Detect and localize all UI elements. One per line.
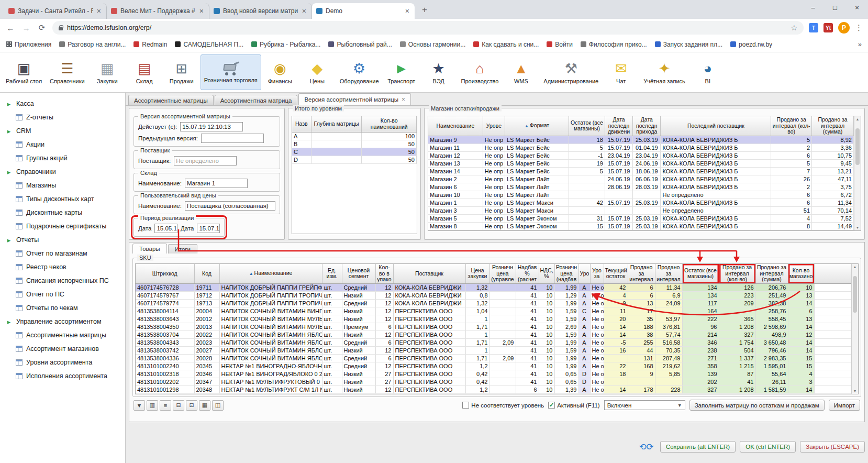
print-icon[interactable]: ⊡ — [186, 400, 197, 411]
column-header[interactable]: Штрихкод — [136, 264, 194, 283]
table-row[interactable]: 460717457672819711НАПИТОК ДОБРЫЙ ПАППИ Г… — [136, 283, 851, 291]
column-header[interactable]: Ценовой сегмент — [342, 264, 375, 283]
column-header[interactable]: Розничн цена (надбав — [554, 264, 578, 283]
sidebar-item[interactable]: Акции — [0, 138, 125, 151]
table-row[interactable]: A100 — [292, 132, 417, 140]
table-row[interactable]: 481310100224020345НЕКТАР №1 ВИНОГРАДНО-Я… — [136, 362, 851, 370]
column-header[interactable]: Продано за интервал (сумма) — [812, 116, 854, 136]
column-settings-icon[interactable]: ◫ — [212, 400, 224, 411]
fill-matrix-button[interactable]: Заполнить матрицу по остаткам и продажам — [689, 400, 825, 411]
window-maximize-button[interactable]: □ — [824, 0, 846, 15]
date-field[interactable]: 15.05.19 — [154, 224, 177, 233]
column-header[interactable]: ▲Наименование — [219, 264, 322, 283]
sku-tab-товары[interactable]: Товары — [132, 244, 167, 253]
new-tab-button[interactable]: + — [418, 3, 431, 17]
browser-tab[interactable]: Задачи - Санта Ритейл - Redmin× — [4, 3, 107, 19]
bookmark-item[interactable]: poezd.rw.by — [730, 41, 772, 48]
toolbar-item-references[interactable]: ☰Справочники — [46, 54, 88, 90]
table-row[interactable]: 460717457976719712НАПИТОК ДОБРЫЙ ПАППИ Т… — [136, 291, 851, 299]
column-header[interactable]: Ед. изм. — [322, 264, 342, 283]
bookmark-item[interactable]: Рыболовный рай... — [328, 41, 392, 48]
sidebar-item[interactable]: Группы акций — [0, 151, 125, 165]
column-header[interactable]: Урове — [483, 116, 505, 136]
sidebar-item[interactable]: Отчет по ПС — [0, 288, 125, 301]
toolbar-item-customs[interactable]: ★ВЭД — [420, 54, 457, 90]
browser-tab[interactable]: Ввод новой версии матрицы -× — [209, 3, 312, 19]
toolbar-item-wms[interactable]: ▲WMS — [503, 54, 539, 90]
table-row[interactable]: Магазин 2Не опрLS Маркет Лайт24.06.1906.… — [428, 175, 854, 183]
column-header[interactable]: Кол-во магазино — [788, 264, 814, 283]
bookmarks-overflow-icon[interactable]: » — [858, 40, 862, 48]
column-header[interactable]: Назв — [292, 116, 311, 132]
browser-tab[interactable]: Demo× — [312, 3, 415, 19]
sidebar-item[interactable]: Реестр чеков — [0, 260, 125, 274]
column-header[interactable]: Остаток (все магазины) — [569, 116, 605, 136]
sidebar-item[interactable]: Типы дисконтных карт — [0, 192, 125, 206]
column-header[interactable]: Продано за интервал (сумма) — [755, 264, 788, 283]
document-tab[interactable]: Ассортиментная матрица — [215, 95, 298, 105]
text-field[interactable] — [201, 134, 264, 143]
column-header[interactable]: Кол-во наименований — [362, 116, 417, 132]
bookmark-item[interactable]: Запуск задания пл... — [655, 41, 722, 48]
toolbar-item-purchases[interactable]: ▦Закупки — [89, 54, 126, 90]
toolbar-item-desktop[interactable]: ▣Рабочий стол — [2, 54, 46, 90]
column-header[interactable]: Текущий остаток — [604, 264, 628, 283]
window-close-button[interactable]: × — [846, 0, 868, 15]
vertical-scrollbar[interactable] — [851, 264, 858, 394]
sidebar-item[interactable]: Дисконтные карты — [0, 206, 125, 219]
active-checkbox[interactable] — [548, 402, 555, 409]
table-row[interactable]: 481353800374220027НАПИТОК СОЧНЫЙ ВИТАМИН… — [136, 346, 851, 354]
forward-icon[interactable]: → — [21, 24, 31, 32]
sidebar-item[interactable]: Отчет по магазинам — [0, 247, 125, 260]
table-row[interactable]: Магазин 11Не опрLS Маркет Бейс515.07.190… — [428, 144, 854, 151]
list-icon[interactable]: ≡ — [160, 400, 171, 411]
yt-extension-icon[interactable]: Yt — [824, 23, 833, 32]
column-header[interactable]: ▲Формат — [505, 116, 569, 136]
toolbar-item-finance[interactable]: ◉Финансы — [262, 54, 298, 90]
table-row[interactable]: C50 — [292, 148, 417, 156]
toolbar-item-account[interactable]: ✦Учётная запись — [640, 54, 689, 90]
column-header[interactable]: Последний поставщик — [661, 116, 771, 136]
table-row[interactable]: 460717457977419713НАПИТОК ДОБРЫЙ ПАППИ Т… — [136, 299, 851, 307]
toolbar-item-warehouse[interactable]: ▤Склад — [126, 54, 163, 90]
bookmark-star-icon[interactable]: ☆ — [791, 24, 797, 32]
table-row[interactable]: 481353800435020013НАПИТОК СОЧНЫЙ ВИТАМИН… — [136, 323, 851, 330]
text-field[interactable]: Не определено — [174, 156, 237, 166]
table-row[interactable]: 481353800434320023НАПИТОК СОЧНЫЙ ВИТАМИН… — [136, 338, 851, 346]
table-row[interactable]: 481310100129820348НЕКТАР №1 МУЛЬТИФРУКТ … — [136, 385, 851, 393]
bookmark-item[interactable]: Философия прико... — [581, 41, 647, 48]
column-header[interactable]: Продано за интервал (кол-во) — [719, 264, 755, 283]
bookmark-item[interactable]: Рубрика - Рыбалка... — [251, 41, 320, 48]
sidebar-item[interactable]: Ассортимент магазинов — [0, 342, 125, 356]
profile-avatar[interactable]: P — [838, 22, 850, 34]
copy-icon[interactable]: ⊟ — [173, 400, 184, 411]
column-header[interactable]: Надбав % (расчет — [516, 264, 539, 283]
sidebar-item[interactable]: ▸Управление ассортиментом — [0, 315, 125, 328]
table-row[interactable]: Магазин 10Не опрLS Маркет ЛайтНе определ… — [428, 191, 854, 199]
column-header[interactable]: Код — [194, 264, 219, 283]
table-row[interactable]: 481310100231820346НЕКТАР №1 ВИНОГРАД/ЯБЛ… — [136, 370, 851, 378]
table-row[interactable]: Магазин 13Не опрLS Маркет Бейс1915.07.19… — [428, 159, 854, 167]
ok-button[interactable]: OK (ctrl ENTER) — [740, 441, 796, 453]
columns-icon[interactable]: ▥ — [147, 400, 158, 411]
url-field[interactable]: https://demo.lsfusion.org/erp/ ☆ — [52, 21, 804, 35]
toolbar-item-admin[interactable]: ⚒Администрирование — [540, 54, 602, 90]
column-header[interactable]: Уро — [578, 264, 590, 283]
bookmark-item[interactable]: Основы гармонии... — [400, 41, 465, 48]
toolbar-item-chat[interactable]: ✉Чат — [603, 54, 639, 90]
import-button[interactable]: Импорт — [829, 400, 860, 411]
column-header[interactable]: НДС, % — [539, 264, 554, 283]
toolbar-item-production[interactable]: ⌂Производство — [458, 54, 503, 90]
save-button[interactable]: Сохранить (alt ENTER) — [660, 441, 736, 453]
table-row[interactable]: D50 — [292, 156, 417, 163]
toolbar-item-sales[interactable]: ⊞Продажи — [163, 54, 200, 90]
sidebar-item[interactable]: ▸Справочники — [0, 165, 125, 179]
table-row[interactable]: 481353800411420004НАПИТОК СОЧНЫЙ ВИТАМИН… — [136, 307, 851, 315]
table-row[interactable]: 481353800364320012НАПИТОК СОЧНЫЙ ВИТАМИН… — [136, 315, 851, 323]
mismatch-checkbox[interactable] — [462, 402, 469, 409]
bookmark-item[interactable]: САМОДЕЛЬНАЯ П... — [175, 41, 243, 48]
column-header[interactable]: Наименование — [428, 116, 483, 136]
sidebar-item[interactable]: ▸Касса — [0, 97, 125, 111]
tab-close-icon[interactable]: × — [96, 7, 102, 15]
table-row[interactable]: Магазин 9Не опрLS Маркет Бейс1815.07.192… — [428, 136, 854, 144]
